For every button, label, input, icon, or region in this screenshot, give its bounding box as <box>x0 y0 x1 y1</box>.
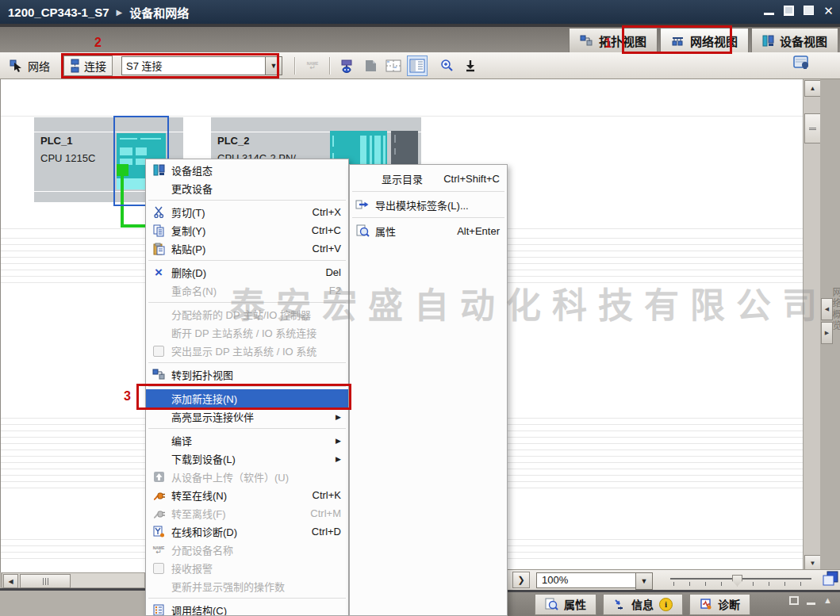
menu-item-paste[interactable]: 粘贴(P) Ctrl+V <box>146 239 348 258</box>
window-controls: ✕ <box>764 6 834 15</box>
menu-item-go-offline: 转至离线(F) Ctrl+M <box>146 504 348 522</box>
tab-device-label: 设备视图 <box>780 33 827 49</box>
zoom-dropdown-arrow-icon[interactable]: ▼ <box>635 572 653 590</box>
network-mode-label: 网络 <box>28 58 50 74</box>
scroll-up-icon[interactable]: ▲ <box>804 80 821 97</box>
menu-item-cut[interactable]: 剪切(T) Ctrl+X <box>146 203 348 221</box>
menu-separator <box>148 362 346 363</box>
connection-type-value: S7 连接 <box>121 56 265 75</box>
device-divider <box>211 132 421 132</box>
tab-network-view[interactable]: 网络视图 <box>660 28 749 53</box>
zoom-level-dropdown[interactable]: 100% ▼ <box>536 572 653 588</box>
menu-item-device-configuration[interactable]: 设备组态 <box>146 161 348 179</box>
menu-item-show-catalog[interactable]: 显示目录 Ctrl+Shift+C <box>350 168 507 189</box>
horizontal-scroll-thumb[interactable] <box>20 574 71 588</box>
inspector-collapse-icon[interactable]: ▲ <box>823 596 832 605</box>
menu-item-online-and-diagnostics[interactable]: 在线和诊断(D) Ctrl+D <box>146 522 348 541</box>
properties-icon <box>545 598 558 610</box>
save-window-settings-icon[interactable] <box>793 55 811 74</box>
restore-icon[interactable] <box>784 6 794 15</box>
network-overview-side-tab[interactable]: 网络概览 <box>830 287 840 331</box>
zoom-slider[interactable] <box>670 572 811 588</box>
network-toolbar: 网络 连接 S7 连接 ▼ NAME↵ <box>0 52 840 79</box>
menu-item-copy[interactable]: 复制(Y) Ctrl+C <box>146 221 348 239</box>
menu-item-download-to-device[interactable]: 下载到设备(L) ▶ <box>146 450 348 468</box>
menu-item-change-device[interactable]: 更改设备 <box>146 179 348 197</box>
menu-separator <box>148 598 346 599</box>
menu-item-upload-from-device: 从设备中上传（软件）(U) <box>146 468 348 486</box>
online-diagnostics-icon <box>150 525 167 539</box>
tab-properties[interactable]: 属性 <box>535 594 596 615</box>
connections-icon <box>70 59 80 73</box>
context-menu: 设备组态 更改设备 剪切(T) Ctrl+X 复制(Y) Ctrl+C 粘贴(P… <box>145 159 349 616</box>
inspector-restore-icon[interactable] <box>789 596 799 605</box>
horizontal-scrollbar[interactable]: ◀ <box>2 572 145 588</box>
page-break-preview-icon[interactable] <box>361 56 380 75</box>
connections-mode-label: 连接 <box>84 58 106 74</box>
connection-type-dropdown-arrow-icon[interactable]: ▼ <box>265 56 282 75</box>
vertical-scrollbar[interactable]: ▲ ▼ <box>803 79 820 572</box>
breadcrumb-project[interactable]: 1200_CP343-1_S7 <box>8 6 109 19</box>
menu-item-delete[interactable]: × 删除(D) Del <box>146 263 348 281</box>
fit-to-view-icon[interactable] <box>823 571 838 589</box>
menu-item-highlight-connection-partners[interactable]: 高亮显示连接伙伴 ▶ <box>146 407 348 426</box>
vertical-scroll-thumb[interactable] <box>804 113 821 143</box>
menu-separator <box>148 386 346 387</box>
menu-item-go-online[interactable]: 转至在线(N) Ctrl+K <box>146 486 348 504</box>
zoom-in-tool-icon[interactable] <box>438 56 457 75</box>
menu-item-assign-to-new-dp-master: 分配给新的 DP 主站/IO 控制器 <box>146 305 348 323</box>
network-view-icon <box>671 35 685 47</box>
connections-mode-button[interactable]: 连接 <box>63 55 113 76</box>
maximize-icon[interactable] <box>804 6 814 15</box>
menu-separator <box>352 191 504 192</box>
tab-topology-view[interactable]: 拓扑视图 <box>569 28 658 53</box>
expand-overview-icon[interactable]: ❯ <box>512 572 530 588</box>
submenu-arrow-icon: ▶ <box>336 413 341 421</box>
network-mode-button[interactable]: 网络 <box>6 56 53 75</box>
menu-separator <box>352 217 504 218</box>
tab-info[interactable]: 信息 i <box>603 594 683 615</box>
menu-separator <box>148 428 346 429</box>
zoom-slider-thumb[interactable] <box>732 575 742 587</box>
topology-view-icon <box>580 35 593 47</box>
connection-type-dropdown[interactable]: S7 连接 ▼ <box>121 56 282 75</box>
scroll-left-icon[interactable]: ◀ <box>3 574 18 588</box>
minimize-icon[interactable] <box>764 6 774 15</box>
device-plc1-model: CPU 1215C <box>40 152 95 164</box>
info-arrows-icon <box>613 598 626 610</box>
checkbox-icon <box>150 561 167 576</box>
view-tab-strip: 拓扑视图 网络视图 设备视图 <box>0 24 840 52</box>
menu-separator <box>148 200 346 201</box>
inspector-minimize-icon[interactable] <box>807 596 815 605</box>
inspector-tab-bar: 属性 信息 i 诊断 ▲ <box>508 592 840 616</box>
menu-item-goto-topology-view[interactable]: 转到拓扑视图 <box>146 365 348 384</box>
device-view-icon <box>762 35 774 47</box>
device-configuration-icon <box>150 163 167 178</box>
go-offline-plug-icon <box>150 507 167 521</box>
tab-diagnostics[interactable]: 诊断 <box>689 594 750 615</box>
menu-item-add-new-connection[interactable]: 添加新连接(N) <box>146 389 348 407</box>
properties-icon <box>354 224 371 238</box>
close-icon[interactable]: ✕ <box>823 6 834 15</box>
tab-properties-label: 属性 <box>564 596 586 612</box>
context-menu-overflow: 显示目录 Ctrl+Shift+C 导出模块标签条(L)... 属性 Alt+E… <box>349 164 508 616</box>
menu-item-call-structure[interactable]: 调用结构(C) <box>146 601 348 616</box>
breadcrumb-page-title: 设备和网络 <box>129 4 189 21</box>
breadcrumb-arrow-icon: ▶ <box>117 8 123 17</box>
relations-tool-icon[interactable] <box>338 56 357 75</box>
zoom-level-value: 100% <box>536 572 635 588</box>
menu-item-export-module-labeling-strips[interactable]: 导出模块标签条(L)... <box>350 194 507 215</box>
info-badge-icon: i <box>659 598 673 611</box>
tab-device-view[interactable]: 设备视图 <box>751 28 838 53</box>
menu-item-properties[interactable]: 属性 Alt+Enter <box>350 220 507 241</box>
zoom-fit-download-icon[interactable] <box>461 56 480 75</box>
tab-network-label: 网络视图 <box>690 33 738 49</box>
menu-item-compile[interactable]: 编译 ▶ <box>146 431 348 450</box>
breadcrumb: 1200_CP343-1_S7 ▶ 设备和网络 <box>8 4 189 21</box>
tab-diagnostics-label: 诊断 <box>718 596 740 612</box>
table-view-toggle-icon[interactable] <box>407 55 428 76</box>
menu-item-assign-device-name: NAME↵ 分配设备名称 <box>146 541 348 559</box>
tia-portal-window: { "title_bar": { "breadcrumb_project": "… <box>0 0 840 616</box>
assign-device-name-tool-icon[interactable]: NAME↵ <box>303 56 322 75</box>
grid-overview-icon[interactable] <box>384 56 403 75</box>
